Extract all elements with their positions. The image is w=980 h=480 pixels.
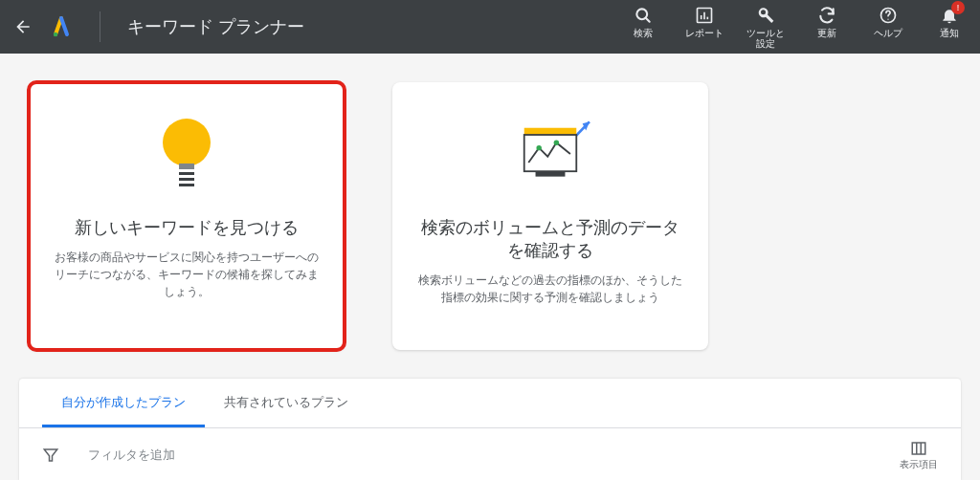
- back-button[interactable]: [11, 15, 34, 38]
- filter-icon[interactable]: [42, 447, 59, 464]
- columns-icon: [910, 440, 927, 457]
- nav-notifications[interactable]: ! 通知: [930, 5, 969, 38]
- svg-point-18: [536, 145, 541, 150]
- nav-refresh-label: 更新: [817, 28, 836, 38]
- nav-search[interactable]: 検索: [624, 5, 662, 38]
- google-ads-logo: [50, 15, 73, 38]
- forecast-card-desc: 検索ボリュームなどの過去の指標のほか、そうした指標の効果に関する予測を確認しまし…: [415, 272, 685, 306]
- columns-button[interactable]: 表示項目: [900, 440, 938, 469]
- tab-shared-plans[interactable]: 共有されているプラン: [205, 379, 368, 427]
- nav-search-label: 検索: [634, 28, 653, 38]
- add-filter-button[interactable]: フィルタを追加: [88, 447, 175, 464]
- page-title: キーワード プランナー: [127, 15, 304, 38]
- main-content: 新しいキーワードを見つける お客様の商品やサービスに関心を持つユーザーへのリーチ…: [0, 54, 980, 350]
- tab-my-plans[interactable]: 自分が作成したプラン: [42, 379, 205, 427]
- svg-point-19: [554, 140, 559, 144]
- svg-rect-13: [179, 184, 194, 186]
- discover-card-desc: お客様の商品やサービスに関心を持つユーザーへのリーチにつながる、キーワードの候補…: [52, 249, 322, 300]
- header-nav: 検索 レポート ツールと 設定 更新 ヘルプ ! 通知: [624, 5, 969, 49]
- svg-point-9: [163, 119, 211, 166]
- wrench-icon: [755, 5, 776, 26]
- svg-rect-10: [179, 164, 194, 169]
- search-icon: [633, 5, 654, 26]
- bar-chart-icon: [694, 5, 715, 26]
- columns-label: 表示項目: [900, 459, 938, 469]
- nav-reports-label: レポート: [685, 28, 724, 38]
- svg-rect-11: [179, 172, 194, 175]
- nav-notifications-label: 通知: [940, 28, 959, 38]
- chart-forecast-icon: [502, 111, 598, 197]
- help-icon: [878, 5, 899, 26]
- plans-panel: 自分が作成したプラン 共有されているプラン フィルタを追加 表示項目: [19, 379, 961, 480]
- svg-point-0: [54, 33, 57, 36]
- svg-marker-21: [44, 449, 57, 461]
- discover-keywords-card[interactable]: 新しいキーワードを見つける お客様の商品やサービスに関心を持つユーザーへのリーチ…: [29, 82, 345, 350]
- nav-tools-label: ツールと 設定: [746, 28, 785, 49]
- nav-help-label: ヘルプ: [874, 28, 902, 38]
- notification-badge: !: [951, 1, 965, 14]
- svg-rect-16: [524, 128, 577, 135]
- svg-point-8: [887, 19, 888, 20]
- nav-tools[interactable]: ツールと 設定: [746, 5, 785, 49]
- header-divider: [100, 11, 100, 42]
- forecast-card-title: 検索のボリュームと予測のデータを確認する: [415, 216, 685, 262]
- filter-row: フィルタを追加 表示項目: [19, 428, 961, 480]
- plans-tabs: 自分が作成したプラン 共有されているプラン: [19, 379, 961, 428]
- svg-rect-20: [536, 171, 566, 176]
- app-header: キーワード プランナー 検索 レポート ツールと 設定 更新 ヘルプ ! 通知: [0, 0, 980, 54]
- svg-rect-22: [912, 443, 925, 454]
- refresh-icon: [816, 5, 837, 26]
- arrow-left-icon: [13, 17, 33, 36]
- header-left: キーワード プランナー: [11, 11, 304, 42]
- nav-reports[interactable]: レポート: [685, 5, 724, 38]
- forecast-card[interactable]: 検索のボリュームと予測のデータを確認する 検索ボリュームなどの過去の指標のほか、…: [392, 82, 708, 350]
- svg-rect-12: [179, 178, 194, 181]
- svg-line-2: [646, 18, 650, 22]
- discover-card-title: 新しいキーワードを見つける: [75, 216, 299, 239]
- nav-refresh[interactable]: 更新: [808, 5, 846, 38]
- nav-help[interactable]: ヘルプ: [869, 5, 907, 38]
- lightbulb-icon: [139, 111, 234, 197]
